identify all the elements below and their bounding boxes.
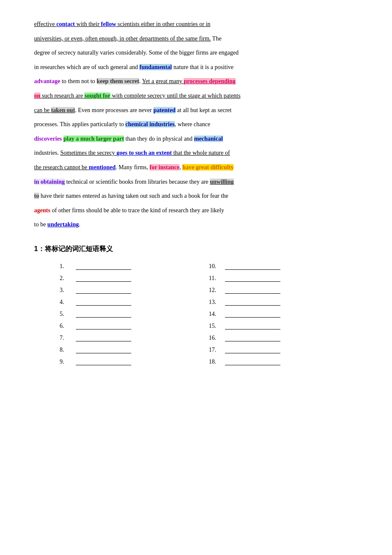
text-where-chance: , where chance: [175, 121, 210, 127]
text-sought-for: sought for: [84, 92, 110, 99]
vocab-number-14: 14.: [209, 311, 222, 318]
vocab-number-3: 3.: [60, 287, 72, 294]
text-discoveries: discoveries: [34, 136, 63, 142]
text-fundamental: fundamental: [139, 64, 172, 70]
vocab-line-2: [76, 275, 131, 282]
text-patented: patented: [153, 107, 176, 113]
vocab-item-14: 14.: [209, 308, 358, 320]
text-advantage: advantage: [34, 78, 60, 84]
text-mechanical: mechanical: [194, 136, 223, 142]
section-title: 1：将标记的词汇短语释义: [34, 245, 358, 254]
vocab-line-14: [225, 311, 280, 318]
passage-text: effective contact with their fellow scie…: [34, 17, 358, 232]
text-have-great-difficulty: have great difficulty: [182, 164, 233, 171]
vocab-line-4: [76, 299, 131, 306]
vocab-number-9: 9.: [60, 358, 72, 365]
text-many-firms: . Many firms,: [115, 164, 150, 171]
vocab-item-1: 1.: [60, 260, 209, 272]
vocab-line-6: [76, 323, 131, 330]
text-processes-depending: processes depending: [184, 78, 235, 84]
text-technical: technical or scientific books from libra…: [65, 179, 210, 185]
text-can-be: can be: [34, 107, 51, 113]
text-at-all: at all but kept as secret: [176, 107, 231, 113]
text-sometimes: Sometimes the secrecy: [60, 150, 116, 156]
text-on: on: [34, 92, 40, 99]
vocab-line-8: [76, 347, 131, 353]
text-to: to: [34, 193, 39, 199]
vocab-item-5: 5.: [60, 308, 209, 320]
vocab-line-12: [225, 287, 280, 294]
text-to-them: to them not to: [60, 78, 96, 84]
vocab-line-7: [76, 335, 131, 341]
vocab-number-11: 11.: [209, 275, 222, 282]
vocab-item-11: 11.: [209, 272, 358, 284]
passage-line-13: to have their names entered as having ta…: [34, 189, 358, 203]
text-in-obtaining: in obtaining: [34, 179, 65, 185]
vocab-item-18: 18.: [209, 356, 358, 368]
vocab-number-10: 10.: [209, 263, 222, 270]
passage-line-12: in obtaining technical or scientific boo…: [34, 175, 358, 189]
vocab-item-15: 15.: [209, 320, 358, 332]
vocab-number-17: 17.: [209, 347, 222, 353]
passage-line-6: on such research are sought for with com…: [34, 89, 358, 103]
text-with-complete: with complete secrecy until the stage at…: [110, 92, 240, 99]
text-chemical-industries: chemical industries: [125, 121, 175, 127]
text-even-more: . Even more processes are never: [75, 107, 153, 113]
passage-line-1: effective contact with their fellow scie…: [34, 17, 358, 32]
text-unwilling: unwilling: [210, 179, 234, 185]
vocab-item-2: 2.: [60, 272, 209, 284]
vocab-number-18: 18.: [209, 358, 222, 365]
vocab-item-4: 4.: [60, 296, 209, 308]
vocab-item-3: 3.: [60, 284, 209, 296]
text-agents: agents: [34, 207, 50, 214]
vocab-line-10: [225, 263, 280, 270]
vocab-item-17: 17.: [209, 344, 358, 356]
text-universities: universities, or even, often enough, in …: [34, 35, 211, 42]
text-period: .: [79, 221, 81, 228]
text-fellow: fellow: [101, 21, 116, 27]
vocab-number-16: 16.: [209, 335, 222, 341]
vocab-number-6: 6.: [60, 323, 72, 330]
vocab-item-16: 16.: [209, 332, 358, 344]
text-that-whole: that the whole nature of: [172, 150, 230, 156]
vocab-right-column: 10. 11. 12. 13. 14. 15.: [209, 260, 358, 368]
vocab-item-7: 7.: [60, 332, 209, 344]
text-processes: processes. This applies particularly to: [34, 121, 125, 127]
vocab-number-13: 13.: [209, 299, 222, 306]
passage-line-4: in researches which are of such general …: [34, 60, 358, 75]
text-effective: effective: [34, 21, 56, 27]
vocab-number-7: 7.: [60, 335, 72, 341]
vocab-line-18: [225, 358, 280, 365]
vocab-grid: 1. 2. 3. 4. 5. 6.: [60, 260, 358, 368]
vocab-number-5: 5.: [60, 311, 72, 318]
text-taken-out: taken out: [51, 107, 75, 113]
vocab-number-15: 15.: [209, 323, 222, 330]
vocabulary-section: 1：将标记的词汇短语释义 1. 2. 3. 4. 5.: [34, 245, 358, 368]
vocab-line-3: [76, 287, 131, 294]
vocab-item-8: 8.: [60, 344, 209, 356]
passage-line-15: to be undertaking.: [34, 217, 358, 232]
vocab-item-6: 6.: [60, 320, 209, 332]
passage-line-7: can be taken out. Even more processes ar…: [34, 103, 358, 118]
vocab-item-12: 12.: [209, 284, 358, 296]
text-have-names: have their names entered as having taken…: [39, 193, 228, 199]
text-the: The: [211, 35, 222, 42]
vocab-number-12: 12.: [209, 287, 222, 294]
text-mentioned: mentioned: [89, 164, 115, 171]
passage-line-2: universities, or even, often enough, in …: [34, 32, 358, 46]
text-undertaking: undertaking: [47, 221, 79, 228]
text-such-research: such research are: [40, 92, 84, 99]
passage-line-10: industries. Sometimes the secrecy goes t…: [34, 146, 358, 160]
vocab-left-column: 1. 2. 3. 4. 5. 6.: [60, 260, 209, 368]
vocab-number-8: 8.: [60, 347, 72, 353]
text-industries: industries.: [34, 150, 60, 156]
text-goes-to-extent: goes to such an extent: [116, 150, 172, 156]
text-keep-them-secret: keep them secret: [97, 78, 139, 84]
vocab-item-10: 10.: [209, 260, 358, 272]
text-contact: contact: [56, 21, 75, 27]
passage-line-5: advantage to them not to keep them secre…: [34, 74, 358, 89]
text-yet-a-great: Yet a great many: [142, 78, 184, 84]
vocab-line-1: [76, 263, 131, 270]
vocab-line-11: [225, 275, 280, 282]
text-with-their: with their: [75, 21, 101, 27]
